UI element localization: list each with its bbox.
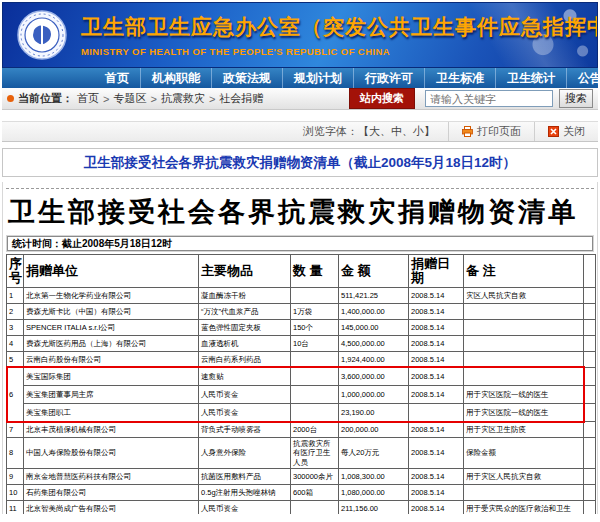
search-input[interactable] <box>425 90 553 107</box>
cell-date: 2008.5.14 <box>409 368 464 386</box>
nav-item-home[interactable]: 首页 <box>94 68 140 88</box>
nav-item-policies[interactable]: 政策法规 <box>211 68 282 88</box>
print-page-button[interactable]: 打印页面 <box>477 124 521 139</box>
font-size-options[interactable]: 【大、中、小】 <box>358 124 435 139</box>
cell-amount: 4,500,000.00 <box>339 336 409 352</box>
cell-no: 10 <box>7 485 24 501</box>
table-row: 5云南白药股份有限公司云南白药系列药品1,924,400.002008.5.14 <box>7 352 596 368</box>
cell-date <box>409 404 464 422</box>
nav-item-statistics[interactable]: 卫生统计 <box>495 68 566 88</box>
moh-emblem-icon <box>17 10 67 60</box>
cell-no: 8 <box>7 438 24 469</box>
cell-item: 蓝色弹性固定夹板 <box>199 320 291 336</box>
table-row: 10石药集团有限公司0.5g注射用头孢唑林钠600箱1,080,000.0020… <box>7 485 596 501</box>
cell-item: 速愈贴 <box>199 368 291 386</box>
cell-donor: 美宝集团职工 <box>24 404 199 422</box>
main-nav: 首页 机构职能 政策法规 规划计划 行政许可 卫生标准 卫生统计 公告通告 工作… <box>2 68 598 88</box>
breadcrumb-item-home[interactable]: 首页 <box>77 91 99 106</box>
nav-item-functions[interactable]: 机构职能 <box>140 68 211 88</box>
breadcrumb-separator: > <box>103 93 109 105</box>
cell-item: 背负式手动喷雾器 <box>199 422 291 438</box>
cell-amount: 511,421.25 <box>339 288 409 304</box>
cell-date: 2008.5.14 <box>409 485 464 501</box>
cell-date: 2008.5.14 <box>409 422 464 438</box>
cell-no: 11 <box>7 501 24 514</box>
nav-item-standards[interactable]: 卫生标准 <box>424 68 495 88</box>
breadcrumb-item-donations[interactable]: 社会捐赠 <box>219 91 263 106</box>
cell-amount: 1,000,000.00 <box>339 386 409 404</box>
close-icon <box>548 126 559 137</box>
cell-spacer <box>584 438 596 469</box>
cell-no: 5 <box>7 352 24 368</box>
header-donor: 捐赠单位 <box>24 255 199 288</box>
cell-item: 凝血酶冻干粉 <box>199 288 291 304</box>
cell-quantity <box>291 404 339 422</box>
cell-donor: 石药集团有限公司 <box>24 485 199 501</box>
cell-spacer <box>584 336 596 352</box>
cell-spacer <box>584 469 596 485</box>
cell-note <box>464 304 584 320</box>
stat-time-box: 统计时间：截止2008年5月18日12时 <box>7 236 593 251</box>
cell-spacer <box>584 422 596 438</box>
nav-item-licensing[interactable]: 行政许可 <box>353 68 424 88</box>
donation-table: 序号 捐赠单位 主要物品 数 量 金 额 捐赠日期 备 注 1北京第一生物化学药… <box>6 254 596 514</box>
cell-item: “万汶”代血浆产品 <box>199 304 291 320</box>
close-page-button[interactable]: 关闭 <box>563 124 585 139</box>
print-section: 打印页面 <box>448 122 534 141</box>
cell-quantity <box>291 368 339 386</box>
cell-note <box>464 368 584 386</box>
document-heading: 卫生部接受社会各界抗震救灾捐赠物资清单 <box>8 194 592 230</box>
table-row: 3SPENCER ITALIA s.r.l公司蓝色弹性固定夹板150个145,0… <box>7 320 596 336</box>
cell-item: 血液透析机 <box>199 336 291 352</box>
cell-date: 2008.5.14 <box>409 501 464 514</box>
article-title-link[interactable]: 卫生部接受社会各界抗震救灾捐赠物资清单（截止2008年5月18日12时） <box>84 154 516 172</box>
cell-quantity: 150个 <box>291 320 339 336</box>
table-row: 2费森尤斯卡比（中国）有限公司“万汶”代血浆产品1万袋1,400,000.002… <box>7 304 596 320</box>
cell-amount: 200,000.00 <box>339 422 409 438</box>
breadcrumb-separator: > <box>150 93 156 105</box>
nav-item-plans[interactable]: 规划计划 <box>282 68 353 88</box>
cell-quantity <box>291 288 339 304</box>
cell-note <box>464 485 584 501</box>
cell-note: 灾区人民抗灾自救 <box>464 288 584 304</box>
cell-spacer <box>584 368 596 386</box>
cell-date: 2008.5.14 <box>409 320 464 336</box>
cell-note: 用于灾区医院一线的医生 <box>464 404 584 422</box>
table-row: 8中国人寿保险股份有限公司人身意外保险抗震救灾所有医疗卫生人员每人20万元200… <box>7 438 596 469</box>
printer-icon <box>462 126 473 137</box>
nav-item-announcements[interactable]: 公告通告 <box>566 68 600 88</box>
cell-spacer <box>584 304 596 320</box>
cell-date: 2008.5.14 <box>409 304 464 320</box>
cell-donor: 费森尤斯医药用品（上海）有限公司 <box>24 336 199 352</box>
banner-title-en: MINISTRY OF HEALTH OF THE PEOPLE'S REPUB… <box>81 46 598 57</box>
table-header-row: 序号 捐赠单位 主要物品 数 量 金 额 捐赠日期 备 注 <box>7 255 596 288</box>
cell-amount: 1,008,300.00 <box>339 469 409 485</box>
cell-note <box>464 336 584 352</box>
table-row: 7北京丰茂植保机械有限公司背负式手动喷雾器2000台200,000.002008… <box>7 422 596 438</box>
cell-amount: 23,190.00 <box>339 404 409 422</box>
cell-quantity: 1万袋 <box>291 304 339 320</box>
cell-spacer <box>584 404 596 422</box>
cell-donor: 北京丰茂植保机械有限公司 <box>24 422 199 438</box>
site-search-button[interactable]: 站内搜索 <box>349 88 415 109</box>
breadcrumb-item-quake-relief[interactable]: 抗震救灾 <box>161 91 205 106</box>
cell-item: 抗菌医用敷料产品 <box>199 469 291 485</box>
table-row: 9南京金地普慧医药科技有限公司抗菌医用敷料产品300000余片1,008,300… <box>7 469 596 485</box>
cell-date: 2008.5.14 <box>409 386 464 404</box>
cell-date: 2008.5.14 <box>409 438 464 469</box>
cell-no: 4 <box>7 336 24 352</box>
cell-donor: 南京金地普慧医药科技有限公司 <box>24 469 199 485</box>
cell-note: 保险金额 <box>464 438 584 469</box>
header-amount: 金 额 <box>339 255 409 288</box>
cell-donor: 美宝集团董事局主席 <box>24 386 199 404</box>
search-button[interactable]: 搜索 <box>559 89 593 108</box>
cell-donor: SPENCER ITALIA s.r.l公司 <box>24 320 199 336</box>
breadcrumb-item-topics[interactable]: 专题区 <box>113 91 146 106</box>
donation-table-wrapper: 序号 捐赠单位 主要物品 数 量 金 额 捐赠日期 备 注 1北京第一生物化学药… <box>6 254 594 514</box>
cell-note: 用于受灾民众的医疗救治和卫生 <box>464 501 584 514</box>
cell-quantity: 2000台 <box>291 422 339 438</box>
cell-spacer <box>584 320 596 336</box>
cell-note: 用于灾区人民抗灾自救 <box>464 469 584 485</box>
cell-donor: 北京智美尚成广告有限公司 <box>24 501 199 514</box>
cell-amount: 145,000.00 <box>339 320 409 336</box>
